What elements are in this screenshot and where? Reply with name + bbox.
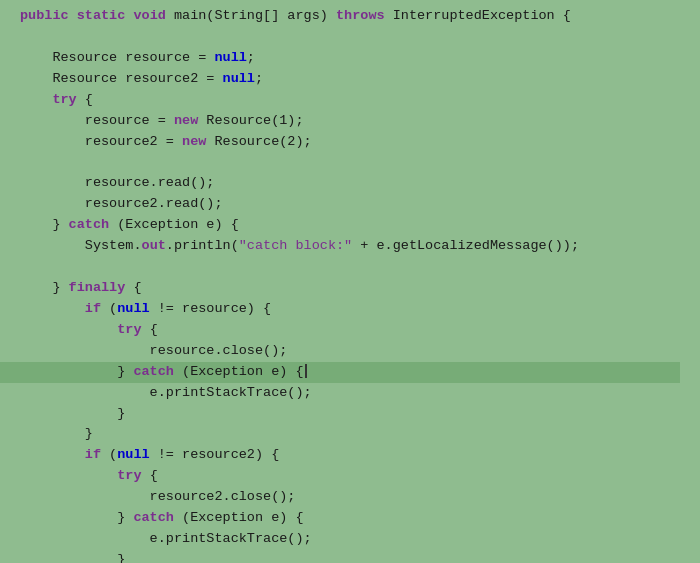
code-line: resource.read(); [20, 173, 700, 194]
code-line: if (null != resource) { [20, 299, 700, 320]
code-line: try { [20, 320, 700, 341]
code-line: resource.close(); [20, 341, 700, 362]
code-line: System.out.println("catch block:" + e.ge… [20, 236, 700, 257]
code-line: try { [20, 466, 700, 487]
code-line: } [20, 404, 700, 425]
code-line: e.printStackTrace(); [20, 383, 700, 404]
code-line: public static void main(String[] args) t… [20, 6, 700, 27]
code-line: } catch (Exception e) { [20, 215, 700, 236]
code-line [20, 27, 700, 48]
code-line [20, 152, 700, 173]
code-line [20, 257, 700, 278]
code-line: } catch (Exception e) { [20, 508, 700, 529]
code-line: try { [20, 90, 700, 111]
code-line: resource2 = new Resource(2); [20, 132, 700, 153]
code-line: resource2.read(); [20, 194, 700, 215]
code-line: e.printStackTrace(); [20, 529, 700, 550]
code-editor: public static void main(String[] args) t… [0, 0, 700, 563]
code-line: resource2.close(); [20, 487, 700, 508]
code-line: } [20, 550, 700, 563]
code-line: if (null != resource2) { [20, 445, 700, 466]
code-line: resource = new Resource(1); [20, 111, 700, 132]
code-line: } finally { [20, 278, 700, 299]
code-line: Resource resource = null; [20, 48, 700, 69]
code-line: } [20, 424, 700, 445]
code-line: Resource resource2 = null; [20, 69, 700, 90]
code-line-highlighted: } catch (Exception e) { [0, 362, 680, 383]
